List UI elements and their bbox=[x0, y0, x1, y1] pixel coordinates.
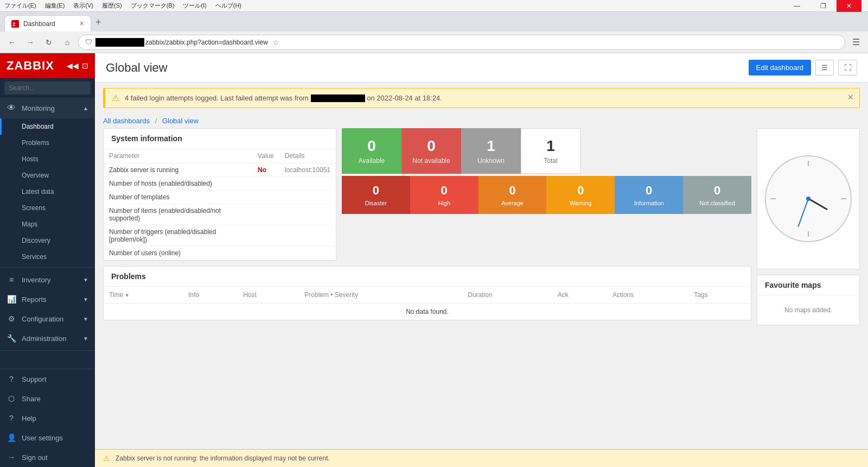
edit-dashboard-button[interactable]: Edit dashboard bbox=[749, 60, 811, 75]
security-icon: 🛡 bbox=[85, 38, 92, 46]
breadcrumb-separator: / bbox=[155, 117, 157, 125]
sidebar-sub-problems[interactable]: Problems bbox=[0, 135, 95, 151]
menu-history[interactable]: 履歴(S) bbox=[102, 2, 122, 10]
sidebar-sub-dashboard[interactable]: Dashboard bbox=[0, 118, 95, 135]
menu-file[interactable]: ファイル(E) bbox=[4, 2, 36, 10]
menu-bookmarks[interactable]: ブックマーク(B) bbox=[131, 2, 175, 10]
clock-hour-hand bbox=[808, 198, 827, 211]
severity-tile: 0 Information bbox=[615, 176, 683, 214]
problems-col-info[interactable]: Info bbox=[183, 287, 238, 304]
sidebar-logo: ZABBIX ◀◀ ⊡ bbox=[0, 53, 95, 78]
alert-warning-icon: ⚠ bbox=[112, 93, 119, 103]
problems-col-time[interactable]: Time bbox=[104, 287, 183, 304]
monitoring-arrow-icon: ▲ bbox=[83, 105, 88, 111]
sysinfo-detail bbox=[279, 191, 336, 204]
clock-center-dot bbox=[806, 197, 810, 201]
severity-number: 0 bbox=[646, 184, 652, 198]
reload-button[interactable]: ↻ bbox=[41, 35, 56, 50]
problems-col-host[interactable]: Host bbox=[238, 287, 299, 304]
sidebar-item-configuration[interactable]: ⚙ Configuration ▼ bbox=[0, 309, 95, 329]
browser-tabs: Z Dashboard ✕ + bbox=[0, 12, 868, 31]
search-input[interactable] bbox=[4, 81, 91, 94]
severity-label: Average bbox=[501, 200, 524, 206]
sidebar-sub-hosts[interactable]: Hosts bbox=[0, 151, 95, 167]
bottom-warning: ⚠ Zabbix server is not running: the info… bbox=[95, 449, 868, 467]
sidebar-item-help[interactable]: ? Help bbox=[0, 408, 95, 428]
sidebar-sub-overview[interactable]: Overview bbox=[0, 167, 95, 184]
availability-tile: 0 Not available bbox=[401, 128, 461, 174]
sidebar-item-reports[interactable]: 📊 Reports ▼ bbox=[0, 289, 95, 309]
problems-col-tags[interactable]: Tags bbox=[688, 287, 751, 304]
tab-close-button[interactable]: ✕ bbox=[79, 20, 84, 27]
list-view-button[interactable]: ☰ bbox=[815, 60, 834, 75]
sidebar-sub-discovery[interactable]: Discovery bbox=[0, 232, 95, 249]
problems-col-actions[interactable]: Actions bbox=[607, 287, 688, 304]
sidebar-item-user-settings[interactable]: 👤 User settings bbox=[0, 428, 95, 447]
sidebar-sub-services[interactable]: Services bbox=[0, 249, 95, 265]
window-minimize-button[interactable]: — bbox=[784, 0, 809, 12]
favourite-maps-widget: Favourite maps No maps added. bbox=[757, 275, 860, 325]
problems-col-ack[interactable]: Ack bbox=[552, 287, 607, 304]
active-tab[interactable]: Z Dashboard ✕ bbox=[4, 15, 91, 31]
collapse-icon[interactable]: ◀◀ bbox=[67, 61, 79, 70]
favourite-maps-header: Favourite maps bbox=[757, 275, 859, 295]
tab-title: Dashboard bbox=[23, 20, 55, 28]
system-info-header: System information bbox=[104, 129, 336, 149]
window-close-button[interactable]: ✕ bbox=[837, 0, 861, 12]
sidebar-sub-screens[interactable]: Screens bbox=[0, 200, 95, 216]
sidebar-item-sign-out[interactable]: → Sign out bbox=[0, 447, 95, 467]
menu-tools[interactable]: ツール(I) bbox=[183, 2, 206, 10]
logo-controls[interactable]: ◀◀ ⊡ bbox=[67, 61, 88, 70]
problems-col-problem---severity[interactable]: Problem • Severity bbox=[299, 287, 462, 304]
reports-label: Reports bbox=[22, 295, 47, 304]
sysinfo-row: Number of triggers (enabled/disabled [pr… bbox=[104, 225, 336, 247]
sidebar-item-support[interactable]: ? Support bbox=[0, 369, 95, 389]
alert-close-button[interactable]: ✕ bbox=[847, 93, 854, 102]
sign-out-label: Sign out bbox=[22, 453, 48, 462]
user-settings-label: User settings bbox=[22, 434, 63, 442]
severity-label: Warning bbox=[570, 200, 592, 206]
sysinfo-row: Number of users (online) bbox=[104, 247, 336, 260]
menu-help[interactable]: ヘルプ(H) bbox=[215, 2, 241, 10]
help-label: Help bbox=[22, 414, 36, 422]
support-label: Support bbox=[22, 375, 47, 383]
sidebar-sub-latest-data[interactable]: Latest data bbox=[0, 184, 95, 200]
sidebar-item-inventory[interactable]: ≡ Inventory ▼ bbox=[0, 270, 95, 289]
favourite-maps-body: No maps added. bbox=[757, 295, 859, 325]
logo-text: ZABBIX bbox=[7, 59, 54, 73]
menu-view[interactable]: 表示(V) bbox=[73, 2, 93, 10]
forward-button[interactable]: → bbox=[23, 35, 38, 50]
severity-number: 0 bbox=[373, 184, 379, 198]
breadcrumb-all-dashboards[interactable]: All dashboards bbox=[103, 117, 150, 125]
problems-col-duration[interactable]: Duration bbox=[462, 287, 552, 304]
sysinfo-detail: localhost:10051 bbox=[279, 163, 336, 177]
alert-banner: ⚠ 4 failed login attempts logged. Last f… bbox=[103, 88, 860, 108]
sysinfo-row: Number of items (enabled/disabled/not su… bbox=[104, 204, 336, 225]
sysinfo-param: Number of triggers (enabled/disabled [pr… bbox=[104, 225, 252, 247]
back-button[interactable]: ← bbox=[4, 35, 20, 50]
severity-label: Information bbox=[634, 200, 664, 206]
sidebar-item-monitoring[interactable]: 👁 Monitoring ▲ bbox=[0, 98, 95, 118]
bookmark-star-icon[interactable]: ☆ bbox=[272, 38, 279, 47]
sidebar-sub-maps[interactable]: Maps bbox=[0, 216, 95, 232]
sidebar-item-share[interactable]: ⬡ Share bbox=[0, 389, 95, 408]
window-maximize-button[interactable]: ❐ bbox=[810, 0, 835, 12]
sysinfo-detail bbox=[279, 177, 336, 191]
availability-tile: 1 Unknown bbox=[461, 128, 521, 174]
severity-tile: 0 Warning bbox=[546, 176, 615, 214]
sidebar-item-administration[interactable]: 🔧 Administration ▼ bbox=[0, 329, 95, 348]
share-label: Share bbox=[22, 395, 41, 403]
availability-tile: 1 Total bbox=[521, 128, 580, 174]
sysinfo-row: Number of hosts (enabled/disabled) bbox=[104, 177, 336, 191]
address-redacted bbox=[95, 38, 144, 47]
fullscreen-button[interactable]: ⛶ bbox=[838, 60, 857, 75]
menu-button[interactable]: ☰ bbox=[848, 35, 864, 50]
sysinfo-detail bbox=[279, 225, 336, 247]
sysinfo-value bbox=[252, 247, 279, 260]
reports-icon: 📊 bbox=[7, 295, 16, 304]
home-button[interactable]: ⌂ bbox=[60, 35, 75, 50]
new-tab-button[interactable]: + bbox=[91, 15, 106, 30]
menu-edit[interactable]: 編集(E) bbox=[45, 2, 65, 10]
expand-icon[interactable]: ⊡ bbox=[82, 61, 88, 70]
sysinfo-value bbox=[252, 225, 279, 247]
